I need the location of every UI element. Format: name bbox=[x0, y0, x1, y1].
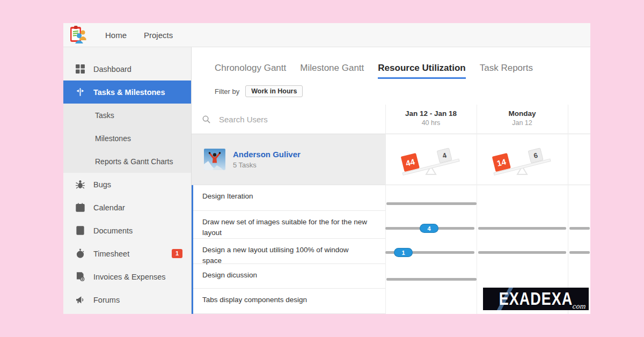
resource-grid: Jan 12 - Jan 18 40 hrs Monday Jan 12 bbox=[192, 105, 590, 314]
sidebar-item-forums[interactable]: Forums bbox=[63, 288, 191, 311]
sidebar-item-label: Reports & Gantt Charts bbox=[95, 157, 173, 166]
user-row[interactable]: Anderson Guliver 5 Tasks 44 4 1 bbox=[192, 134, 590, 185]
task-label: Design dicussion bbox=[193, 264, 385, 289]
user-cell: Anderson Guliver 5 Tasks bbox=[192, 134, 385, 185]
filter-value-button[interactable]: Work in Hours bbox=[245, 85, 303, 97]
tasks-milestones-icon bbox=[75, 87, 85, 97]
sidebar: Dashboard Tasks & Milestones Tasks Miles… bbox=[63, 47, 192, 314]
user-name-link[interactable]: Anderson Guliver bbox=[233, 150, 301, 159]
sidebar-item-label: Tasks bbox=[95, 111, 114, 120]
bug-icon bbox=[75, 179, 85, 189]
search-users-input[interactable] bbox=[218, 114, 363, 124]
tab-resource-utilization[interactable]: Resource Utilization bbox=[378, 63, 465, 79]
user-avatar bbox=[204, 149, 225, 170]
topbar-nav: HomeProjects bbox=[88, 31, 173, 40]
app-window: HomeProjects Dashboard Tasks & Milestone… bbox=[63, 23, 590, 314]
utilization-cell: 14 6 bbox=[477, 134, 568, 185]
task-row[interactable]: Design a new layout utilising 100% of wi… bbox=[193, 239, 590, 264]
task-row[interactable]: Design dicussion bbox=[193, 264, 590, 289]
zoho-projects-logo[interactable] bbox=[69, 25, 88, 45]
column-subtitle: Jan 12 bbox=[477, 119, 568, 127]
topbar-nav-projects[interactable]: Projects bbox=[144, 31, 173, 40]
search-users-cell bbox=[192, 105, 385, 134]
grid-header: Jan 12 - Jan 18 40 hrs Monday Jan 12 bbox=[192, 105, 590, 134]
task-label: Design a new layout utilising 100% of wi… bbox=[193, 239, 385, 264]
task-label: Tabs display components design bbox=[193, 289, 385, 314]
sidebar-item-milestones[interactable]: Milestones bbox=[63, 127, 191, 150]
sidebar-item-label: Invoices & Expenses bbox=[93, 273, 166, 281]
tab-chronology-gantt[interactable]: Chronology Gantt bbox=[215, 63, 286, 77]
timeline-column-header: Jan 12 - Jan 18 40 hrs bbox=[385, 105, 477, 134]
filter-by-label: Filter by bbox=[215, 87, 239, 96]
column-title: Monday bbox=[477, 109, 568, 118]
filter-row: Filter by Work in Hours bbox=[192, 85, 590, 97]
documents-icon bbox=[75, 225, 85, 236]
topbar-nav-home[interactable]: Home bbox=[105, 31, 127, 40]
tab-task-reports[interactable]: Task Reports bbox=[480, 63, 533, 77]
dashboard-icon bbox=[75, 64, 85, 74]
task-row[interactable]: Design Iteration bbox=[193, 185, 590, 211]
task-row[interactable]: Draw new set of images suitable for the … bbox=[193, 211, 590, 239]
main-content: Chronology GanttMilestone GanttResource … bbox=[192, 47, 590, 314]
sidebar-item-label: Milestones bbox=[95, 134, 131, 143]
sidebar-item-timesheet[interactable]: Timesheet 1 bbox=[63, 242, 191, 265]
sidebar-item-tasks-milestones[interactable]: Tasks & Milestones bbox=[63, 80, 191, 104]
watermark-suffix: com bbox=[572, 303, 586, 310]
column-title: Jan 12 - Jan 18 bbox=[385, 109, 477, 118]
grid-divider bbox=[477, 105, 477, 314]
sidebar-item-label: Tasks & Milestones bbox=[93, 88, 165, 97]
tab-milestone-gantt[interactable]: Milestone Gantt bbox=[300, 63, 364, 77]
sidebar-item-label: Forums bbox=[93, 296, 120, 304]
forums-icon bbox=[75, 295, 85, 305]
sidebar-item-label: Bugs bbox=[93, 180, 111, 189]
timesheet-icon bbox=[75, 248, 85, 259]
topbar: HomeProjects bbox=[63, 23, 590, 47]
sidebar-item-label: Calendar bbox=[93, 203, 125, 212]
count-badge: 1 bbox=[172, 249, 182, 258]
sidebar-item-documents[interactable]: Documents bbox=[63, 219, 191, 242]
task-label: Design Iteration bbox=[193, 185, 385, 211]
timeline-column-header: Monday Jan 12 bbox=[477, 105, 568, 134]
workload-seesaw-icon: 44 4 bbox=[399, 138, 463, 179]
search-icon bbox=[202, 115, 211, 124]
user-task-count: 5 Tasks bbox=[233, 161, 301, 169]
view-tabs: Chronology GanttMilestone GanttResource … bbox=[192, 47, 590, 79]
column-subtitle: 40 hrs bbox=[385, 119, 477, 127]
invoices-icon bbox=[75, 272, 85, 282]
grid-divider bbox=[385, 105, 386, 314]
exadexa-watermark: EXADEXA com bbox=[483, 288, 589, 310]
sidebar-item-tasks[interactable]: Tasks bbox=[63, 104, 191, 127]
sidebar-item-label: Timesheet bbox=[93, 250, 129, 258]
app-body: Dashboard Tasks & Milestones Tasks Miles… bbox=[63, 47, 590, 314]
sidebar-item-reports-gantt-charts[interactable]: Reports & Gantt Charts bbox=[63, 150, 191, 173]
sidebar-item-invoices-expenses[interactable]: Invoices & Expenses bbox=[63, 265, 191, 288]
grid-divider bbox=[568, 105, 568, 314]
sidebar-item-calendar[interactable]: Calendar bbox=[63, 196, 191, 219]
sidebar-item-bugs[interactable]: Bugs bbox=[63, 173, 191, 196]
task-label: Draw new set of images suitable for the … bbox=[193, 211, 385, 239]
sidebar-item-label: Dashboard bbox=[93, 65, 131, 74]
calendar-icon bbox=[75, 202, 85, 213]
user-info: Anderson Guliver 5 Tasks bbox=[233, 150, 301, 169]
sidebar-item-dashboard[interactable]: Dashboard bbox=[63, 57, 191, 80]
watermark-text: EXADEXA bbox=[499, 289, 573, 309]
workload-seesaw-icon: 14 6 bbox=[491, 138, 554, 179]
utilization-cell: 44 4 bbox=[385, 134, 477, 185]
sidebar-item-label: Documents bbox=[93, 226, 133, 235]
